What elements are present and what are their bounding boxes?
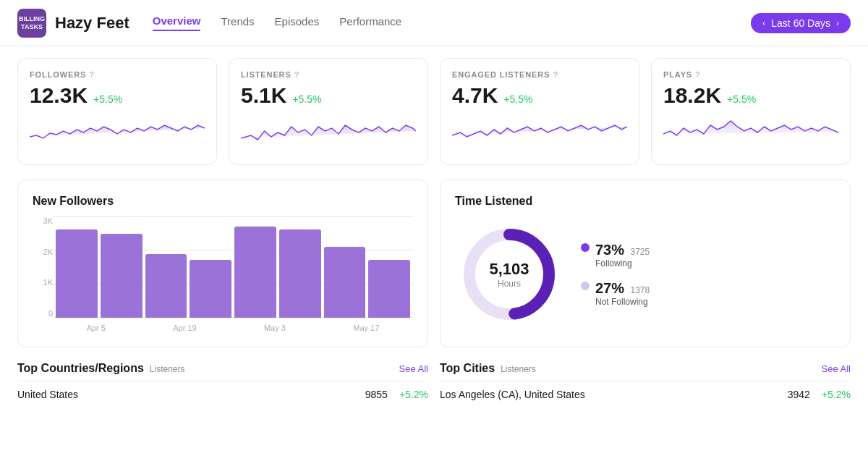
bar-1 [56,229,98,318]
nav-tabs: Overview Trends Episodes Performance [153,14,752,31]
following-count: 3725 [630,247,650,257]
donut-legend: 73% 3725 Following 27% 1378 [581,242,650,307]
bars-container [53,216,413,318]
countries-see-all[interactable]: See All [399,363,428,374]
tab-trends[interactable]: Trends [221,15,254,30]
podcast-title: Hazy Feet [55,14,129,33]
x-label-apr5: Apr 5 [87,324,106,332]
legend-following: 73% 3725 Following [581,242,650,269]
listeners-help-icon[interactable]: ? [294,70,300,79]
followers-label: FOLLOWERS ? [30,70,205,79]
new-followers-title: New Followers [33,195,413,208]
stat-card-followers: FOLLOWERS ? 12.3K +5.5% [17,58,217,165]
not-following-pct: 27% [595,280,624,296]
top-countries-title: Top Countries/Regions [17,362,144,375]
x-label-apr19: Apr 19 [173,324,196,332]
not-following-label: Not Following [595,297,650,307]
bar-3 [145,254,187,318]
main-content: FOLLOWERS ? 12.3K +5.5% LISTENERS ? 5.1K… [0,46,868,419]
engaged-change: +5.5% [503,93,532,105]
stat-card-listeners: LISTENERS ? 5.1K +5.5% [229,58,428,165]
listeners-label: LISTENERS ? [241,70,416,79]
listeners-sparkline [241,115,416,150]
y-label-2k: 2K [43,248,53,256]
not-following-count: 1378 [630,285,650,295]
donut-unit: Hours [489,279,529,289]
cities-see-all[interactable]: See All [822,363,851,374]
chevron-right-icon: › [836,18,839,28]
x-label-may17: May 17 [353,324,379,332]
engaged-value: 4.7K [452,83,498,108]
podcast-logo: BILLING TASKS [17,9,46,38]
donut-wrap: 5,103 Hours [455,220,563,329]
x-axis: Apr 5 Apr 19 May 3 May 17 [53,324,413,332]
engaged-sparkline [452,115,627,150]
following-label: Following [595,258,650,269]
stats-row: FOLLOWERS ? 12.3K +5.5% LISTENERS ? 5.1K… [17,58,851,165]
engaged-label: ENGAGED LISTENERS ? [452,70,627,79]
donut-inner: 5,103 Hours 73% 3725 Following [455,216,835,332]
plays-value: 18.2K [663,83,721,108]
donut-total: 5,103 [489,260,529,279]
top-countries-section: Top Countries/Regions Listeners See All … [17,362,428,408]
tables-row: Top Countries/Regions Listeners See All … [17,362,851,408]
city-pct-la: +5.2% [822,389,851,400]
x-label-may3: May 3 [264,324,286,332]
followers-value: 12.3K [30,83,88,108]
donut-center: 5,103 Hours [489,260,529,289]
city-count-la: 3942 [788,389,810,400]
not-following-dot [581,282,590,290]
top-cities-title: Top Cities [440,362,495,375]
top-cities-header: Top Cities Listeners See All [440,362,851,375]
date-range-label: Last 60 Days [771,17,830,29]
engaged-help-icon[interactable]: ? [553,70,558,79]
bar-6 [279,229,321,318]
tab-performance[interactable]: Performance [339,15,401,30]
plays-help-icon[interactable]: ? [695,70,701,79]
time-listened-chart: Time Listened 5,103 Hours [440,180,851,347]
legend-not-following: 27% 1378 Not Following [581,280,650,307]
y-label-1k: 1K [43,278,53,287]
stat-card-plays: PLAYS ? 18.2K +5.5% [651,58,851,165]
followers-sparkline [30,115,205,150]
bar-4 [190,260,231,318]
city-row-la: Los Angeles (CA), United States 3942 +5.… [440,381,851,408]
stat-card-engaged: ENGAGED LISTENERS ? 4.7K +5.5% [440,58,639,165]
header: BILLING TASKS Hazy Feet Overview Trends … [0,0,868,46]
plays-change: +5.5% [727,93,756,105]
bar-8 [368,260,410,318]
country-name-us: United States [17,389,365,400]
country-pct-us: +5.2% [399,389,428,400]
following-pct: 73% [595,242,624,258]
new-followers-chart: New Followers 3K 2K 1K 0 [17,180,428,347]
followers-change: +5.5% [93,93,122,105]
top-cities-subtitle: Listeners [501,364,536,374]
date-range-picker[interactable]: ‹ Last 60 Days › [751,13,851,33]
listeners-value: 5.1K [241,83,286,108]
chevron-left-icon: ‹ [762,18,765,28]
following-dot [581,243,590,252]
city-name-la: Los Angeles (CA), United States [440,389,788,400]
plays-sparkline [663,115,838,150]
followers-help-icon[interactable]: ? [89,70,95,79]
country-count-us: 9855 [365,389,388,400]
charts-row: New Followers 3K 2K 1K 0 [17,180,851,347]
y-label-3k: 3K [43,216,53,225]
top-countries-header: Top Countries/Regions Listeners See All [17,362,428,375]
time-listened-title: Time Listened [455,195,835,208]
bar-5 [234,227,276,318]
bar-2 [101,234,142,318]
tab-episodes[interactable]: Episodes [275,15,320,30]
country-row-us: United States 9855 +5.2% [17,381,428,408]
tab-overview[interactable]: Overview [153,14,201,31]
listeners-change: +5.5% [292,93,321,105]
top-cities-section: Top Cities Listeners See All Los Angeles… [440,362,851,408]
top-countries-subtitle: Listeners [150,364,185,374]
plays-label: PLAYS ? [663,70,838,79]
bar-7 [324,247,366,318]
